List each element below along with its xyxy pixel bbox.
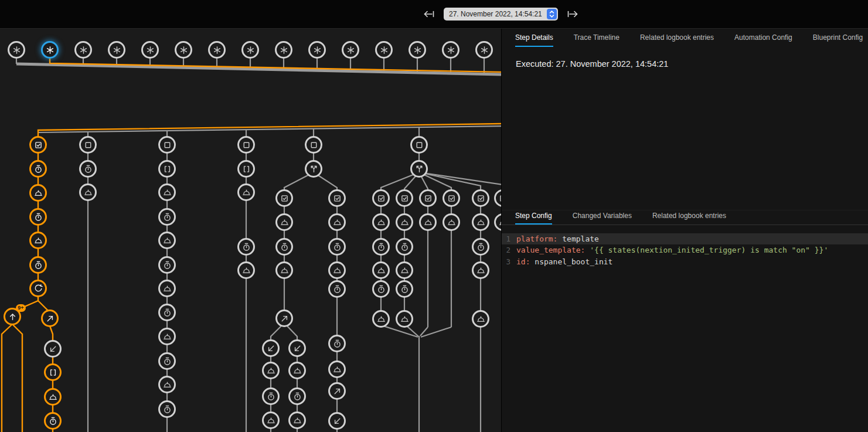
timer-node[interactable] — [44, 412, 62, 430]
service-node[interactable] — [237, 261, 255, 279]
timer-node[interactable] — [288, 387, 306, 405]
yaml-code-block[interactable]: 1platform: template2value_template: '{{ … — [502, 233, 868, 267]
service-node[interactable] — [158, 280, 176, 297]
timer-node[interactable] — [396, 238, 413, 256]
service-node[interactable] — [158, 183, 176, 201]
asterisk-node[interactable] — [74, 41, 92, 59]
timer-node[interactable] — [29, 256, 47, 274]
asterisk-node[interactable] — [475, 41, 493, 59]
service-node[interactable] — [419, 213, 437, 231]
asterisk-node[interactable] — [8, 41, 25, 59]
service-node[interactable] — [29, 184, 47, 202]
service-node[interactable] — [396, 310, 413, 328]
brackets-node[interactable] — [237, 160, 255, 178]
timer-node[interactable] — [262, 387, 280, 405]
service-node[interactable] — [372, 213, 390, 231]
service-node[interactable] — [494, 213, 501, 231]
square-node[interactable] — [237, 136, 255, 154]
checkbox-node[interactable] — [442, 189, 460, 207]
timer-node[interactable] — [29, 208, 47, 226]
checkbox-node[interactable] — [328, 189, 346, 207]
timer-node[interactable] — [158, 304, 176, 321]
arrow-ne-node[interactable] — [41, 309, 59, 327]
checkbox-node[interactable] — [275, 189, 293, 207]
arrow-ne-node[interactable] — [328, 382, 346, 400]
checkbox-node[interactable] — [372, 189, 390, 207]
square-node[interactable] — [79, 136, 97, 154]
timer-node[interactable] — [472, 238, 489, 256]
service-node[interactable] — [79, 183, 97, 201]
timer-node[interactable] — [158, 352, 176, 370]
config-tab-step-config[interactable]: Step Config — [515, 212, 552, 224]
trace-run-select[interactable]: 27. November 2022, 14:54:21 — [444, 8, 558, 21]
asterisk-node[interactable] — [41, 41, 59, 59]
service-node[interactable] — [472, 310, 489, 328]
asterisk-node[interactable] — [375, 41, 393, 59]
service-node[interactable] — [288, 362, 306, 379]
service-node[interactable] — [328, 261, 346, 279]
arrow-up-node[interactable]: 9+ — [4, 308, 21, 325]
service-node[interactable] — [158, 376, 176, 393]
code-line-1[interactable]: 1platform: template — [502, 233, 868, 244]
checkbox-node[interactable] — [419, 189, 437, 207]
details-tab-related-logbook-entries[interactable]: Related logbook entries — [640, 33, 714, 47]
asterisk-node[interactable] — [442, 41, 459, 59]
asterisk-node[interactable] — [409, 41, 426, 59]
service-node[interactable] — [372, 310, 390, 328]
code-line-2[interactable]: 2value_template: '{{ states(nextion_init… — [502, 244, 868, 256]
arrow-ne-node[interactable] — [275, 309, 293, 327]
config-tab-changed-variables[interactable]: Changed Variables — [573, 212, 632, 224]
checkbox-node[interactable] — [494, 189, 501, 207]
brackets-node[interactable] — [158, 160, 176, 178]
timer-node[interactable] — [237, 238, 255, 256]
timer-node[interactable] — [372, 280, 390, 298]
timer-node[interactable] — [328, 238, 346, 256]
trace-graph-canvas[interactable]: 9+ — [0, 29, 501, 432]
timer-node[interactable] — [158, 208, 176, 226]
arrow-sw-node[interactable] — [328, 412, 346, 430]
service-node[interactable] — [288, 411, 306, 429]
asterisk-node[interactable] — [208, 41, 226, 59]
timer-node[interactable] — [328, 335, 346, 352]
call-split-node[interactable] — [410, 160, 428, 178]
timer-node[interactable] — [328, 280, 346, 298]
timer-node[interactable] — [158, 400, 176, 418]
service-node[interactable] — [372, 261, 390, 279]
checkbox-node[interactable] — [29, 136, 47, 154]
asterisk-node[interactable] — [241, 41, 259, 59]
checkbox-node[interactable] — [472, 189, 489, 207]
code-line-3[interactable]: 3id: nspanel_boot_init — [502, 256, 868, 267]
service-node[interactable] — [262, 362, 280, 379]
repeat-node[interactable] — [29, 280, 47, 297]
service-node[interactable] — [275, 213, 293, 231]
details-tab-automation-config[interactable]: Automation Config — [734, 33, 792, 47]
arrow-sw-node[interactable] — [262, 339, 280, 357]
config-tab-related-logbook-entries[interactable]: Related logbook entries — [652, 212, 726, 224]
timer-node[interactable] — [396, 280, 413, 298]
timer-node[interactable] — [79, 160, 97, 178]
timer-node[interactable] — [372, 238, 390, 256]
timer-node[interactable] — [29, 160, 47, 178]
service-node[interactable] — [396, 261, 413, 279]
timer-node[interactable] — [158, 256, 176, 274]
next-run-icon[interactable] — [567, 10, 578, 18]
service-node[interactable] — [275, 261, 293, 279]
arrow-sw-node[interactable] — [288, 339, 306, 357]
previous-run-icon[interactable] — [423, 10, 435, 18]
service-node[interactable] — [29, 232, 47, 249]
service-node[interactable] — [44, 388, 62, 406]
arrow-sw-node[interactable] — [44, 340, 62, 358]
asterisk-node[interactable] — [141, 41, 159, 59]
asterisk-node[interactable] — [275, 41, 292, 59]
service-node[interactable] — [472, 261, 489, 279]
details-tab-step-details[interactable]: Step Details — [515, 33, 553, 47]
asterisk-node[interactable] — [108, 41, 125, 59]
service-node[interactable] — [158, 232, 176, 249]
square-node[interactable] — [158, 136, 176, 154]
service-node[interactable] — [158, 328, 176, 345]
service-node[interactable] — [442, 213, 460, 231]
service-node[interactable] — [396, 213, 413, 231]
details-tab-blueprint-config[interactable]: Blueprint Config — [813, 33, 863, 47]
asterisk-node[interactable] — [342, 41, 359, 59]
call-split-node[interactable] — [305, 160, 322, 178]
